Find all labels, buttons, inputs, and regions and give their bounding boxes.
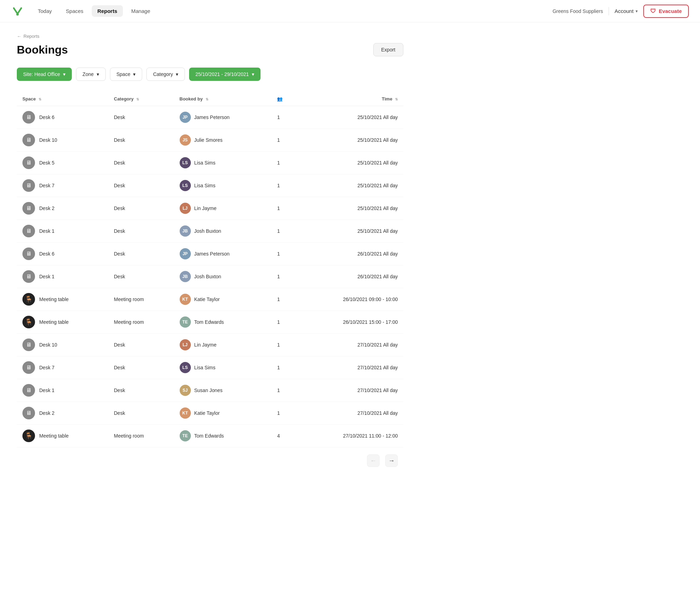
- avatar: KT: [180, 407, 191, 419]
- booker-name: James Peterson: [194, 114, 230, 120]
- cell-booked-by: JB Josh Buxton: [174, 265, 272, 288]
- space-name: Desk 1: [39, 388, 55, 393]
- space-thumbnail: 🖥: [22, 111, 35, 124]
- cell-time: 27/10/2021 All day: [298, 334, 403, 356]
- table-header-row: Space ⇅ Category ⇅ Booked by ⇅ 👥: [17, 92, 403, 106]
- cell-space: 🖥 Desk 2: [17, 402, 108, 425]
- title-row: Bookings Export: [17, 43, 403, 56]
- avatar: LS: [180, 180, 191, 191]
- cell-space: 🖥 Desk 1: [17, 265, 108, 288]
- avatar: JB: [180, 225, 191, 237]
- cell-category: Desk: [108, 174, 174, 197]
- cell-booked-by: TE Tom Edwards: [174, 425, 272, 447]
- evacuate-button[interactable]: 🛡 Evacuate: [643, 5, 689, 18]
- meeting-icon: 🪑: [25, 318, 33, 326]
- avatar: LS: [180, 157, 191, 168]
- cell-time: 25/10/2021 All day: [298, 106, 403, 129]
- filter-category[interactable]: Category ▾: [146, 68, 185, 81]
- nav-spaces[interactable]: Spaces: [60, 5, 89, 17]
- next-page-button[interactable]: →: [385, 454, 398, 467]
- account-chevron-icon: ▾: [636, 9, 638, 14]
- booker-name: Tom Edwards: [194, 433, 224, 439]
- prev-page-button[interactable]: ←: [367, 454, 380, 467]
- space-name: Desk 10: [39, 137, 57, 143]
- avatar-initials: JP: [182, 115, 188, 120]
- nav-today[interactable]: Today: [32, 5, 57, 17]
- filter-zone[interactable]: Zone ▾: [76, 68, 106, 81]
- booker-name: Julie Smores: [194, 137, 223, 143]
- shield-icon: 🛡: [650, 8, 656, 14]
- desk-icon: 🖥: [26, 342, 32, 348]
- booker-name: Josh Buxton: [194, 228, 221, 234]
- col-space[interactable]: Space ⇅: [17, 92, 108, 106]
- space-thumbnail: 🖥: [22, 384, 35, 397]
- cell-booked-by: SJ Susan Jones: [174, 379, 272, 402]
- cell-booked-by: JP James Peterson: [174, 106, 272, 129]
- desk-icon: 🖥: [26, 137, 32, 143]
- cell-space: 🖥 Desk 5: [17, 152, 108, 174]
- avatar-initials: TE: [182, 320, 188, 325]
- booker-name: Lisa Sims: [194, 183, 216, 188]
- avatar-initials: JS: [182, 138, 188, 142]
- cell-space: 🖥 Desk 1: [17, 220, 108, 243]
- space-name: Desk 2: [39, 205, 55, 211]
- breadcrumb[interactable]: ← Reports: [17, 34, 403, 39]
- cell-count: 1: [271, 220, 298, 243]
- cell-time: 26/10/2021 All day: [298, 265, 403, 288]
- cell-time: 27/10/2021 All day: [298, 402, 403, 425]
- avatar-initials: LJ: [182, 342, 187, 347]
- space-name: Desk 6: [39, 114, 55, 120]
- cell-category: Desk: [108, 402, 174, 425]
- cell-count: 1: [271, 152, 298, 174]
- space-name: Desk 7: [39, 183, 55, 188]
- space-thumbnail: 🖥: [22, 179, 35, 192]
- main-content: ← Reports Bookings Export Site: Head Off…: [0, 22, 420, 481]
- nav-manage[interactable]: Manage: [126, 5, 156, 17]
- cell-space: 🖥 Desk 10: [17, 334, 108, 356]
- table-row: 🖥 Desk 10 Desk JS Julie Smores 125/10/20…: [17, 129, 403, 152]
- desk-icon: 🖥: [26, 228, 32, 234]
- col-booked-by[interactable]: Booked by ⇅: [174, 92, 272, 106]
- avatar: LS: [180, 362, 191, 373]
- filter-space-label: Space: [117, 71, 131, 77]
- filter-date-range[interactable]: 25/10/2021 - 29/10/2021 ▾: [189, 68, 261, 81]
- filter-site-label: Site: Head Office: [23, 71, 60, 77]
- avatar-initials: SJ: [182, 388, 188, 393]
- cell-time: 25/10/2021 All day: [298, 197, 403, 220]
- cell-count: 1: [271, 129, 298, 152]
- space-name: Desk 1: [39, 228, 55, 234]
- filter-zone-label: Zone: [83, 71, 94, 77]
- account-menu[interactable]: Account ▾: [615, 8, 638, 14]
- cell-time: 26/10/2021 All day: [298, 243, 403, 265]
- desk-icon: 🖥: [26, 364, 32, 371]
- avatar-initials: TE: [182, 433, 188, 438]
- account-label: Account: [615, 8, 633, 14]
- cell-count: 1: [271, 402, 298, 425]
- cell-category: Desk: [108, 334, 174, 356]
- space-thumbnail: 🖥: [22, 225, 35, 237]
- filter-space[interactable]: Space ▾: [110, 68, 143, 81]
- app-logo: [11, 5, 24, 18]
- booker-name: James Peterson: [194, 251, 230, 257]
- avatar-initials: JP: [182, 251, 188, 256]
- col-category[interactable]: Category ⇅: [108, 92, 174, 106]
- cell-space: 🪑 Meeting table: [17, 311, 108, 334]
- cell-booked-by: LS Lisa Sims: [174, 356, 272, 379]
- sort-space-icon: ⇅: [39, 97, 41, 101]
- cell-category: Desk: [108, 265, 174, 288]
- space-thumbnail: 🖥: [22, 134, 35, 146]
- nav-reports[interactable]: Reports: [92, 5, 123, 17]
- booker-name: Tom Edwards: [194, 319, 224, 325]
- filter-site[interactable]: Site: Head Office ▾: [17, 68, 72, 81]
- desk-icon: 🖥: [26, 387, 32, 393]
- space-name: Desk 6: [39, 251, 55, 257]
- sort-bookedby-icon: ⇅: [206, 97, 208, 101]
- avatar-initials: LS: [182, 183, 188, 188]
- space-thumbnail: 🖥: [22, 247, 35, 260]
- export-button[interactable]: Export: [373, 43, 403, 56]
- table-row: 🪑 Meeting table Meeting room KT Katie Ta…: [17, 288, 403, 311]
- col-time[interactable]: Time ⇅: [298, 92, 403, 106]
- booker-name: Josh Buxton: [194, 274, 221, 279]
- breadcrumb-label: Reports: [23, 34, 40, 39]
- cell-category: Desk: [108, 106, 174, 129]
